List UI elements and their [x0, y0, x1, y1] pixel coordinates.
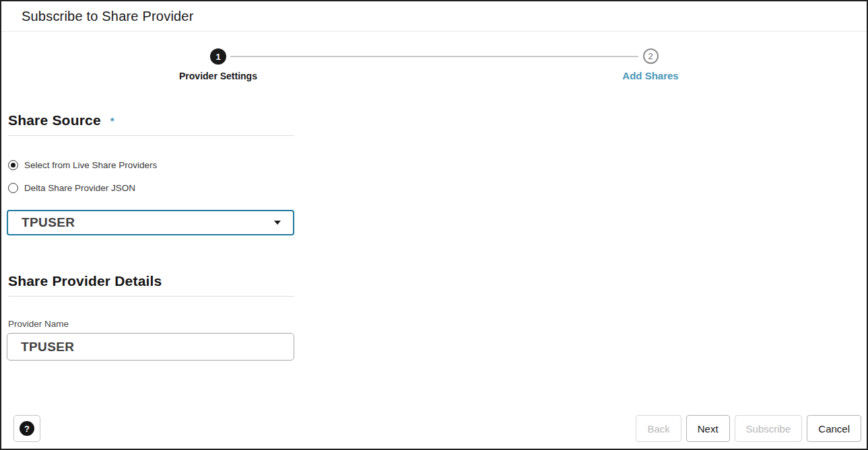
cancel-button[interactable]: Cancel: [807, 415, 861, 442]
dialog-footer: ? Back Next Subscribe Cancel: [13, 415, 861, 442]
subscribe-button[interactable]: Subscribe: [735, 415, 803, 442]
radio-live-share-providers[interactable]: Select from Live Share Providers: [8, 160, 867, 170]
wizard-stepper: 1 Provider Settings 2 Add Shares: [1, 32, 867, 93]
step-2-label: Add Shares: [576, 70, 725, 81]
provider-dropdown[interactable]: TPUSER: [7, 210, 294, 235]
subscribe-dialog: Subscribe to Share Provider 1 Provider S…: [0, 0, 868, 450]
share-source-radio-group: Select from Live Share Providers Delta S…: [8, 160, 867, 193]
radio-delta-share-json-label: Delta Share Provider JSON: [24, 183, 135, 193]
chevron-down-icon: [274, 221, 281, 225]
step-1-circle: 1: [210, 48, 226, 65]
provider-details-divider: [8, 296, 294, 297]
provider-dropdown-value: TPUSER: [22, 215, 75, 230]
radio-unselected-icon[interactable]: [8, 183, 18, 193]
dialog-body: Share Source * Select from Live Share Pr…: [1, 112, 867, 361]
step-2-circle: 2: [643, 48, 659, 64]
radio-selected-icon[interactable]: [8, 160, 18, 170]
dialog-header: Subscribe to Share Provider: [1, 1, 867, 32]
question-mark-icon: ?: [20, 421, 34, 436]
step-add-shares[interactable]: 2 Add Shares: [576, 48, 725, 81]
footer-button-group: Back Next Subscribe Cancel: [636, 415, 861, 442]
provider-name-label: Provider Name: [8, 319, 867, 329]
help-button[interactable]: ?: [13, 415, 40, 442]
required-asterisk: *: [110, 115, 114, 126]
next-button[interactable]: Next: [686, 415, 730, 442]
share-source-heading-row: Share Source *: [8, 112, 867, 128]
provider-name-input[interactable]: [7, 333, 294, 361]
provider-details-heading: Share Provider Details: [8, 273, 162, 289]
radio-delta-share-json[interactable]: Delta Share Provider JSON: [8, 183, 867, 193]
step-provider-settings[interactable]: 1 Provider Settings: [144, 48, 292, 81]
share-source-heading: Share Source: [8, 112, 101, 128]
share-source-divider: [8, 135, 294, 136]
step-1-label: Provider Settings: [144, 71, 292, 81]
dialog-title: Subscribe to Share Provider: [22, 9, 194, 24]
radio-live-share-providers-label: Select from Live Share Providers: [24, 160, 157, 170]
provider-details-heading-row: Share Provider Details: [8, 273, 867, 289]
back-button[interactable]: Back: [636, 415, 681, 442]
